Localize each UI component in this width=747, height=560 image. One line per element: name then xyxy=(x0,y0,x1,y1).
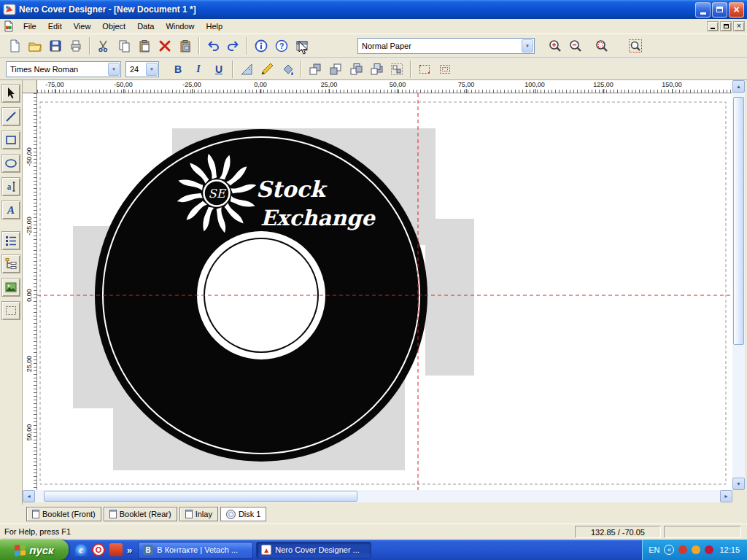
tab-inlay[interactable]: Inlay xyxy=(179,507,218,521)
menu-help[interactable]: Help xyxy=(201,19,229,34)
undo-button[interactable] xyxy=(203,36,223,55)
vertical-scrollbar[interactable]: ▲ ▼ xyxy=(732,80,745,490)
opera-quicklaunch-icon[interactable]: O xyxy=(92,543,105,556)
chevron-down-icon[interactable]: ▼ xyxy=(108,63,120,76)
tab-booklet-front[interactable]: Booklet (Front) xyxy=(26,507,101,521)
zoom-in-button[interactable] xyxy=(545,36,565,55)
start-button[interactable]: пуск xyxy=(0,540,69,560)
font-combobox[interactable]: Times New Roman ▼ xyxy=(6,61,121,77)
disc-title-line1[interactable]: Stock xyxy=(256,176,328,202)
close-button[interactable]: × xyxy=(729,2,744,18)
new-document-button[interactable] xyxy=(4,36,25,55)
directory-tool-button[interactable] xyxy=(1,254,20,273)
italic-button[interactable]: I xyxy=(188,60,209,79)
chevron-down-icon[interactable]: ▼ xyxy=(146,63,158,76)
text-tool-button[interactable]: a xyxy=(1,177,20,196)
open-button[interactable] xyxy=(25,36,45,55)
ruler-label: -75,00 xyxy=(45,81,64,88)
disc-title-line2[interactable]: Exchange xyxy=(260,206,376,230)
taskbar-task-vkontakte[interactable]: B В Контакте | Vetach ... xyxy=(138,542,253,559)
chevron-down-icon[interactable]: ▼ xyxy=(522,39,533,52)
scroll-up-button[interactable]: ▲ xyxy=(732,80,745,93)
menu-edit[interactable]: Edit xyxy=(42,19,68,34)
zoom-out-button[interactable] xyxy=(565,36,586,55)
track-list-tool-button[interactable] xyxy=(1,231,20,250)
menu-data[interactable]: Data xyxy=(131,19,160,34)
send-to-back-button[interactable] xyxy=(325,60,346,79)
bold-button[interactable]: B xyxy=(168,60,188,79)
select-tool-button[interactable] xyxy=(1,84,20,103)
tray-icon-crimson[interactable] xyxy=(705,545,713,554)
vertical-scroll-thumb[interactable] xyxy=(733,97,744,345)
redo-button[interactable] xyxy=(223,36,244,55)
rectangle-tool-button[interactable] xyxy=(1,131,20,149)
tray-clock[interactable]: 12:15 xyxy=(719,545,740,554)
zoom-region-icon xyxy=(595,39,609,53)
language-indicator[interactable]: EN xyxy=(649,545,659,554)
save-button[interactable] xyxy=(45,36,66,55)
toolbar-separator xyxy=(232,61,233,78)
measure-tool-button[interactable] xyxy=(236,60,257,79)
image-tool-button[interactable] xyxy=(1,278,20,297)
download-quicklaunch-icon[interactable] xyxy=(109,543,123,556)
paste-button[interactable] xyxy=(134,36,155,55)
bold-icon: B xyxy=(174,63,182,75)
tray-icon-red[interactable] xyxy=(678,545,687,554)
minimize-button[interactable] xyxy=(695,2,711,18)
underline-button[interactable]: U xyxy=(209,60,229,79)
font-size-combobox[interactable]: 24 ▼ xyxy=(125,61,159,77)
document-icon xyxy=(3,20,15,32)
scroll-right-button[interactable]: ► xyxy=(720,490,732,502)
cut-button[interactable] xyxy=(93,36,114,55)
scroll-right-icon: ► xyxy=(724,494,729,499)
hide-tray-icons-button[interactable]: « xyxy=(664,545,674,555)
ellipse-tool-button[interactable] xyxy=(1,154,20,173)
restore-button[interactable] xyxy=(712,2,727,18)
mdi-restore-button[interactable] xyxy=(720,21,732,31)
tab-disk-1[interactable]: Disk 1 xyxy=(220,507,267,521)
tab-booklet-rear[interactable]: Booklet (Rear) xyxy=(104,507,177,521)
horizontal-scroll-track[interactable] xyxy=(35,490,720,502)
bring-to-front-button[interactable] xyxy=(305,60,325,79)
mdi-minimize-button[interactable] xyxy=(707,21,719,31)
tray-icon-orange[interactable] xyxy=(692,545,700,554)
field-tool-button[interactable] xyxy=(1,301,20,320)
browser-quicklaunch-icon[interactable]: e xyxy=(74,543,88,556)
send-backward-button[interactable] xyxy=(366,60,387,79)
scroll-down-button[interactable]: ▼ xyxy=(732,478,745,490)
zoom-fit-button[interactable] xyxy=(625,36,646,55)
pen-tool-button[interactable] xyxy=(257,60,277,79)
horizontal-scroll-thumb[interactable] xyxy=(44,491,357,502)
group-button[interactable] xyxy=(387,60,407,79)
selection-frame-button[interactable] xyxy=(414,60,435,79)
menu-file[interactable]: File xyxy=(18,19,42,34)
restore-icon xyxy=(716,7,723,12)
document-tabbar: Booklet (Front) Booklet (Rear) Inlay Dis… xyxy=(0,505,747,524)
line-tool-button[interactable] xyxy=(1,107,20,126)
scroll-left-button[interactable]: ◄ xyxy=(23,490,35,502)
info-button[interactable] xyxy=(251,36,271,55)
fill-tool-button[interactable] xyxy=(277,60,298,79)
menu-view[interactable]: View xyxy=(68,19,97,34)
print-button[interactable] xyxy=(66,36,86,55)
scrollbar-corner xyxy=(732,490,745,502)
design-canvas[interactable]: SE Stock Exchange xyxy=(37,93,732,490)
vertical-scroll-track[interactable] xyxy=(732,93,745,478)
horizontal-scrollbar[interactable]: ◄ ► xyxy=(23,490,732,502)
paper-combobox[interactable]: Normal Paper ▼ xyxy=(357,38,535,54)
paste-special-button[interactable] xyxy=(175,36,196,55)
menu-object[interactable]: Object xyxy=(96,19,131,34)
quicklaunch-overflow-chevron[interactable]: » xyxy=(127,545,132,556)
mdi-close-button[interactable]: × xyxy=(733,21,745,31)
bring-forward-button[interactable] xyxy=(346,60,366,79)
ruler-label: -25,00 xyxy=(182,81,201,88)
help-button[interactable]: ? xyxy=(271,36,292,55)
page-frame-button[interactable] xyxy=(435,60,455,79)
copy-button[interactable] xyxy=(114,36,134,55)
taskbar-task-nero[interactable]: ▲ Nero Cover Designer ... xyxy=(256,542,371,559)
delete-button[interactable] xyxy=(155,36,175,55)
main-toolbar: ? Normal Paper ▼ xyxy=(0,34,747,58)
menu-window[interactable]: Window xyxy=(160,19,200,34)
zoom-region-button[interactable] xyxy=(592,36,612,55)
artistic-text-tool-button[interactable]: A xyxy=(1,201,20,219)
